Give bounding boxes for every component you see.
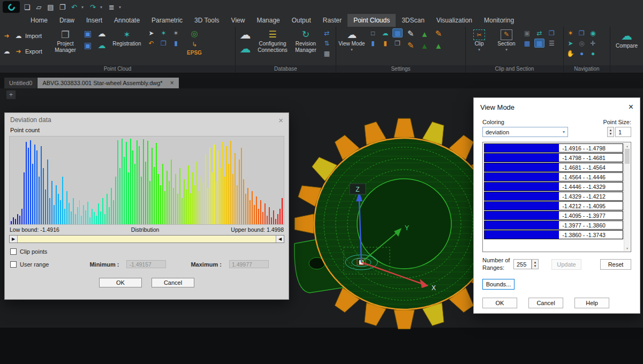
- view-mode-help-button[interactable]: Help: [574, 298, 609, 308]
- redo-dropdown-icon[interactable]: ▾: [100, 5, 104, 10]
- nav-move-icon[interactable]: ✛: [588, 39, 598, 48]
- view-mode-ok-button[interactable]: OK: [482, 298, 517, 308]
- point-size-field[interactable]: 1: [615, 127, 631, 137]
- deviation-ok-button[interactable]: OK: [99, 278, 142, 287]
- ribbon-tab-3d-tools[interactable]: 3D Tools: [188, 14, 225, 27]
- pc-cloud-convert-icon[interactable]: ☁: [96, 40, 108, 51]
- view-mode-close-icon[interactable]: ×: [629, 102, 633, 112]
- panels-icon[interactable]: ❐: [547, 28, 557, 37]
- app-logo[interactable]: [3, 1, 20, 13]
- export-button[interactable]: ☁ ➜ Export: [2, 44, 49, 58]
- deviation-close-icon[interactable]: ×: [278, 116, 283, 125]
- db-sync-icon[interactable]: ⇄: [322, 28, 332, 37]
- bounds-button[interactable]: Bounds...: [482, 279, 515, 290]
- range-list[interactable]: -1.4916 - -1.4798-1.4798 - -1.4681-1.468…: [482, 142, 631, 252]
- print-icon[interactable]: ≣: [107, 3, 116, 11]
- save-icon[interactable]: ▤: [46, 3, 55, 11]
- section-button[interactable]: ✎ Section ▾: [493, 28, 520, 53]
- new-file-icon[interactable]: ❏: [22, 3, 32, 11]
- number-of-ranges-field[interactable]: 255: [513, 259, 532, 269]
- distribution-slider[interactable]: ▶ ◀: [9, 235, 284, 243]
- ribbon-tab-insert[interactable]: Insert: [80, 14, 108, 27]
- ribbon-tab-view[interactable]: View: [225, 14, 251, 27]
- clip-points-checkbox[interactable]: [10, 248, 17, 255]
- settings-cloud-icon[interactable]: ☁: [380, 28, 390, 37]
- ribbon-tab-output[interactable]: Output: [286, 14, 317, 27]
- slice-icon[interactable]: ▦: [522, 39, 532, 48]
- project-manager-button[interactable]: ❐ Project Manager: [51, 28, 80, 54]
- nav-view-icon[interactable]: ◉: [588, 28, 598, 37]
- reset-button[interactable]: Reset: [600, 259, 631, 270]
- pan-hand-icon[interactable]: ✋: [565, 49, 576, 58]
- db-cloud-up-icon[interactable]: ☁: [237, 42, 253, 55]
- import-button[interactable]: ➜ ☁ Import: [2, 28, 49, 43]
- register-pick-icon[interactable]: ➤: [146, 28, 156, 37]
- nav-stack-icon[interactable]: ❐: [577, 28, 587, 37]
- range-row[interactable]: -1.4564 - -1.4446: [484, 172, 623, 181]
- slider-right-handle-icon[interactable]: ◀: [276, 236, 284, 242]
- frames-icon[interactable]: ❐: [392, 39, 403, 48]
- range-row[interactable]: -1.4916 - -1.4798: [484, 143, 623, 153]
- compare-button[interactable]: ☁ Compare: [615, 28, 638, 50]
- ribbon-tab-annotate[interactable]: Annotate: [108, 14, 146, 27]
- ranges-spin-buttons[interactable]: ▲ ▼: [532, 259, 539, 269]
- pc-block-icon[interactable]: ▣: [82, 28, 94, 39]
- ribbon-tab-home[interactable]: Home: [25, 14, 54, 27]
- update-button[interactable]: Update: [551, 259, 581, 270]
- point-size-up-icon[interactable]: ▲: [609, 128, 612, 132]
- save-as-icon[interactable]: ❐: [58, 3, 67, 11]
- nav-target-icon[interactable]: ◎: [577, 39, 587, 48]
- deviation-dialog-titlebar[interactable]: Deviation data ×: [5, 113, 289, 127]
- pc-cloud-icon[interactable]: ☁: [96, 28, 108, 39]
- ribbon-tab-visualization[interactable]: Visualization: [430, 14, 478, 27]
- preview-magnifier-icon[interactable]: ◎: [188, 28, 200, 39]
- register-manual-icon[interactable]: ✶: [171, 28, 181, 37]
- user-range-checkbox[interactable]: [10, 261, 17, 268]
- ribbon-tab-parametric[interactable]: Parametric: [146, 14, 188, 27]
- minimum-value-field[interactable]: -1.49157: [126, 260, 166, 268]
- open-folder-icon[interactable]: ▱: [34, 3, 43, 11]
- view-mode-cancel-button[interactable]: Cancel: [528, 298, 563, 308]
- slider-left-handle-icon[interactable]: ▶: [10, 236, 18, 242]
- point-size-down-icon[interactable]: ▼: [609, 132, 612, 136]
- brush-icon[interactable]: ✎: [405, 28, 417, 39]
- new-document-tab-button[interactable]: +: [6, 90, 16, 99]
- camera-icon[interactable]: ▣: [522, 28, 532, 37]
- range-list-scrollbar[interactable]: ▴ ▾: [624, 143, 630, 251]
- range-row[interactable]: -1.4681 - -1.4564: [484, 163, 623, 172]
- undo-dropdown-icon[interactable]: ▾: [81, 5, 86, 10]
- ribbon-tab-monitoring[interactable]: Monitoring: [478, 14, 520, 27]
- ranges-down-icon[interactable]: ▼: [534, 264, 537, 268]
- range-row[interactable]: -1.4329 - -1.4212: [484, 192, 623, 201]
- deviation-cancel-button[interactable]: Cancel: [152, 278, 194, 287]
- point-grid-toggle-icon[interactable]: ▦: [392, 28, 403, 37]
- document-tab-close-icon[interactable]: ×: [170, 79, 174, 87]
- orbit-sphere-icon[interactable]: ●: [577, 49, 587, 58]
- walk-sphere-icon[interactable]: ●: [588, 49, 598, 58]
- coloring-dropdown[interactable]: deviation ▾: [482, 127, 568, 137]
- lock-orange-icon[interactable]: ▮: [380, 39, 390, 48]
- scroll-up-icon[interactable]: ▴: [624, 144, 630, 148]
- register-auto-icon[interactable]: ✶: [158, 28, 169, 37]
- nav-key-icon[interactable]: ✶: [565, 28, 576, 37]
- flip-section-icon[interactable]: ⇄: [534, 28, 544, 37]
- configuring-connections-button[interactable]: ☰ Configuring Connections: [255, 28, 290, 54]
- toolbar-options-icon[interactable]: ▾: [119, 5, 123, 10]
- register-pair-icon[interactable]: ❐: [158, 39, 169, 48]
- ribbon-tab-3dscan[interactable]: 3DScan: [396, 14, 430, 27]
- point-size-spin-buttons[interactable]: ▲ ▼: [607, 127, 614, 137]
- ranges-up-icon[interactable]: ▲: [534, 261, 537, 264]
- tree-alt-icon[interactable]: ▲: [433, 40, 444, 51]
- ribbon-tab-point-clouds[interactable]: Point Clouds: [347, 14, 396, 27]
- section-grid-toggle-icon[interactable]: ▦: [534, 39, 544, 48]
- tree-dark-icon[interactable]: ▲: [419, 40, 430, 51]
- range-row[interactable]: -1.4212 - -1.4095: [484, 201, 623, 210]
- view-mode-titlebar[interactable]: View Mode ×: [474, 98, 640, 112]
- bounding-cube-icon[interactable]: □: [368, 28, 378, 37]
- ribbon-tab-draw[interactable]: Draw: [54, 14, 80, 27]
- range-row[interactable]: -1.4095 - -1.3977: [484, 211, 623, 220]
- brush-color-icon[interactable]: ✎: [405, 40, 417, 51]
- revision-manager-button[interactable]: ↻ Revision Manager: [292, 28, 320, 54]
- db-cloud-down-icon[interactable]: ☁: [237, 28, 253, 41]
- scroll-down-icon[interactable]: ▾: [624, 246, 630, 250]
